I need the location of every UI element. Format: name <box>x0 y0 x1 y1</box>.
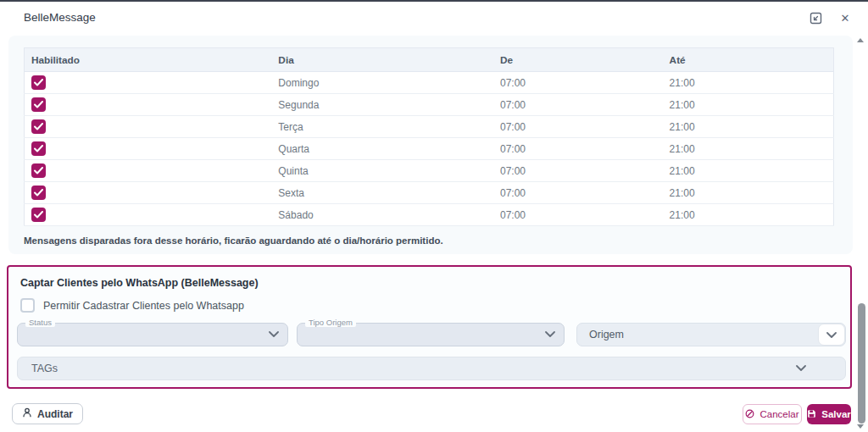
from-cell: 07:00 <box>500 182 670 204</box>
table-header-row: Habilitado Dia De Até <box>25 48 834 72</box>
table-row: Quinta 07:00 21:00 <box>25 160 834 182</box>
capture-section-title: Captar Clientes pelo WhatsApp (BelleMess… <box>20 277 259 289</box>
chevron-down-icon <box>826 327 837 342</box>
save-button[interactable]: Salvar <box>807 404 851 424</box>
to-cell: 21:00 <box>670 204 834 226</box>
header-de: De <box>500 48 670 72</box>
enabled-checkbox[interactable] <box>31 163 46 178</box>
origem-select-placeholder: Origem <box>589 329 624 341</box>
to-cell: 21:00 <box>670 94 834 116</box>
to-cell: 21:00 <box>670 182 834 204</box>
enabled-checkbox[interactable] <box>31 186 46 200</box>
allow-register-checkbox[interactable] <box>20 298 35 313</box>
window-actions: ✕ <box>808 10 853 25</box>
enabled-checkbox[interactable] <box>31 141 46 156</box>
expand-icon[interactable] <box>808 10 823 25</box>
cancel-button-label: Cancelar <box>760 409 798 419</box>
tags-select[interactable]: TAGs <box>17 357 846 380</box>
schedule-panel: Habilitado Dia De Até Domingo 07:00 21:0… <box>8 36 853 254</box>
from-cell: 07:00 <box>500 72 670 94</box>
day-cell: Segunda <box>278 94 500 116</box>
modal-title: BelleMessage <box>24 11 96 24</box>
day-cell: Quinta <box>278 160 500 182</box>
capture-section: Captar Clientes pelo WhatsApp (BelleMess… <box>7 265 852 389</box>
from-cell: 07:00 <box>500 94 670 116</box>
scroll-up-icon[interactable] <box>857 38 864 42</box>
header-habilitado: Habilitado <box>25 48 279 72</box>
day-cell: Terça <box>278 116 500 138</box>
tags-select-placeholder: TAGs <box>31 363 58 374</box>
tipo-origem-select[interactable]: Tipo Origem <box>297 323 565 346</box>
enabled-checkbox[interactable] <box>31 208 46 222</box>
day-cell: Sexta <box>278 182 500 204</box>
allow-register-checkbox-row[interactable]: Permitir Cadastrar Clientes pelo Whatsap… <box>20 298 244 313</box>
window-top-edge <box>0 0 868 2</box>
table-row: Domingo 07:00 21:00 <box>25 72 834 94</box>
origem-select[interactable]: Origem <box>576 323 846 346</box>
origem-dropdown-button[interactable] <box>818 324 845 346</box>
to-cell: 21:00 <box>670 72 834 94</box>
status-select-label: Status <box>25 318 55 327</box>
audit-button[interactable]: Auditar <box>12 403 83 424</box>
to-cell: 21:00 <box>670 138 834 160</box>
save-button-label: Salvar <box>821 409 851 419</box>
from-cell: 07:00 <box>500 204 670 226</box>
enabled-checkbox[interactable] <box>31 75 46 90</box>
audit-button-label: Auditar <box>37 408 73 420</box>
cancel-button[interactable]: Cancelar <box>743 404 802 424</box>
day-cell: Sábado <box>278 204 500 226</box>
allow-register-label: Permitir Cadastrar Clientes pelo Whatsap… <box>43 300 244 312</box>
day-cell: Quarta <box>278 138 500 160</box>
scroll-down-icon[interactable] <box>857 424 864 429</box>
ban-icon <box>745 409 754 420</box>
enabled-checkbox[interactable] <box>31 97 46 112</box>
chevron-down-icon <box>545 331 555 338</box>
tipo-origem-select-label: Tipo Origem <box>305 318 356 327</box>
schedule-note: Mensagens disparadas fora desse horário,… <box>24 235 443 246</box>
user-icon <box>22 407 32 420</box>
bellemessage-modal: BelleMessage ✕ Habilitado Dia De Até <box>0 0 868 432</box>
status-select[interactable]: Status <box>17 323 288 346</box>
table-row: Quarta 07:00 21:00 <box>25 138 834 160</box>
scrollbar-thumb[interactable] <box>858 303 865 424</box>
enabled-checkbox[interactable] <box>31 119 46 134</box>
table-row: Segunda 07:00 21:00 <box>25 94 834 116</box>
header-dia: Dia <box>278 48 500 72</box>
chevron-down-icon <box>269 331 279 338</box>
header-ate: Até <box>670 48 834 72</box>
table-row: Sexta 07:00 21:00 <box>25 182 834 204</box>
table-row: Terça 07:00 21:00 <box>25 116 834 138</box>
from-cell: 07:00 <box>500 160 670 182</box>
chevron-down-icon <box>796 365 806 372</box>
table-row: Sábado 07:00 21:00 <box>25 204 834 226</box>
close-icon[interactable]: ✕ <box>837 10 853 25</box>
to-cell: 21:00 <box>670 116 834 138</box>
to-cell: 21:00 <box>670 160 834 182</box>
schedule-table: Habilitado Dia De Até Domingo 07:00 21:0… <box>24 47 834 226</box>
from-cell: 07:00 <box>500 116 670 138</box>
floppy-disk-icon <box>807 409 816 420</box>
day-cell: Domingo <box>278 72 500 94</box>
from-cell: 07:00 <box>500 138 670 160</box>
